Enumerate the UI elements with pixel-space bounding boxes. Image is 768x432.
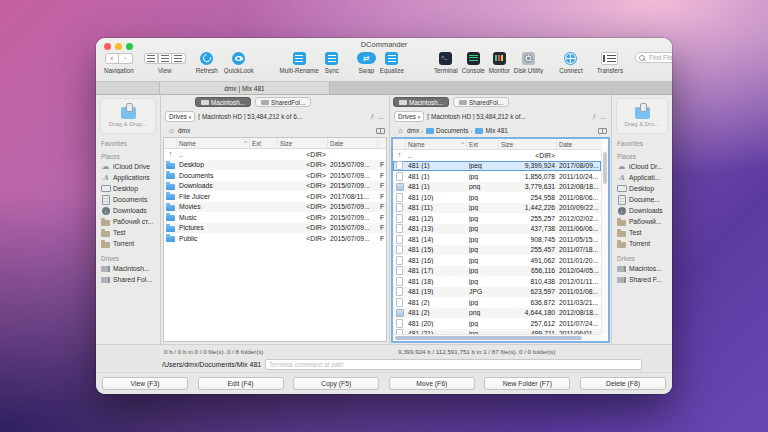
vertical-scrollbar[interactable] (601, 150, 608, 334)
detail-view-icon[interactable] (158, 53, 172, 64)
favorites-header[interactable]: Favorites (101, 140, 160, 147)
goto-root-button[interactable]: / (370, 113, 374, 120)
pane-tab[interactable]: SharedFol... (255, 97, 311, 107)
sidebar-item[interactable]: Downloads (96, 205, 160, 216)
places-header[interactable]: Places (101, 153, 160, 160)
toolbar-button[interactable]: Monitor (489, 50, 510, 74)
toolbar-button[interactable]: Disk Utility (514, 50, 543, 74)
drag-drop-well[interactable]: Drag & Dro... (616, 98, 668, 134)
pane-tab[interactable]: Macintosh... (393, 97, 449, 107)
bookmarks-icon[interactable] (376, 128, 385, 134)
file-row[interactable]: 481 (2) png 4,644,180 2012/08/18... (393, 308, 601, 319)
bookmarks-icon[interactable] (598, 128, 607, 134)
sidebar-item[interactable]: Desktop (96, 183, 160, 194)
file-row[interactable]: File Juicer <DIR> 2017/08/11... F (164, 191, 386, 202)
drives-dropdown[interactable]: Drives ▾ (165, 111, 195, 122)
sidebar-item[interactable]: Torrent (96, 238, 160, 249)
name-column-header[interactable]: Name ^ (406, 139, 467, 149)
function-button[interactable]: View (F3) (102, 377, 188, 390)
list-view-icon[interactable] (144, 53, 158, 64)
drives-header[interactable]: Drives (101, 255, 160, 262)
toolbar-button[interactable]: Multi-Rename (280, 50, 319, 74)
horizontal-scrollbar[interactable] (393, 334, 601, 341)
date-column-header[interactable]: Date (557, 139, 601, 149)
toolbar-button[interactable]: Connect (559, 50, 582, 74)
function-button[interactable]: New Folder (F7) (484, 377, 570, 390)
file-row[interactable]: 481 (15) jpg 255,457 2011/07/18... (393, 245, 601, 256)
sidebar-item[interactable]: Downloads (612, 205, 672, 216)
sidebar-item[interactable]: iCloud Drive (96, 161, 160, 172)
sidebar-item[interactable]: Test (96, 227, 160, 238)
pane-tab[interactable]: SharedFol... (453, 97, 509, 107)
session-tab[interactable]: dmx | Mix 481 (160, 82, 330, 94)
size-column-header[interactable]: Size (499, 139, 557, 149)
places-header[interactable]: Places (617, 153, 672, 160)
file-row[interactable]: 481 (12) jpg 255,257 2012/02/02... (393, 213, 601, 224)
favorites-header[interactable]: Favorites (617, 140, 672, 147)
file-row[interactable]: 481 (11) jpg 1,442,226 2010/09/22... (393, 203, 601, 214)
forward-button[interactable]: › (119, 53, 133, 64)
toolbar-button[interactable]: Equalize (380, 50, 404, 74)
sidebar-item[interactable]: Test (612, 227, 672, 238)
file-row[interactable]: .. <DIR> (393, 150, 601, 161)
file-row[interactable]: Desktop <DIR> 2015/07/09... F (164, 160, 386, 171)
pane-menu-button[interactable]: ... (377, 113, 385, 120)
column-view-icon[interactable] (172, 53, 186, 64)
pane-menu-button[interactable]: ... (599, 113, 607, 120)
file-row[interactable]: 481 (19) JPG 623,597 2011/01/08... (393, 287, 601, 298)
file-row[interactable]: 481 (1) jpg 1,856,078 2011/10/24... (393, 171, 601, 182)
file-row[interactable]: .. <DIR> (164, 149, 386, 160)
file-row[interactable]: 481 (2) jpg 636,872 2011/03/21... (393, 297, 601, 308)
sidebar-item[interactable]: Shared F... (612, 274, 672, 285)
file-row[interactable]: Movies <DIR> 2015/07/09... F (164, 202, 386, 213)
file-row[interactable]: 481 (1) jpeg 9,399,924 2017/08/09... (393, 161, 601, 172)
ext-column-header[interactable]: Ext (250, 138, 278, 148)
sidebar-item[interactable]: Рабочий... (612, 216, 672, 227)
sidebar-item[interactable]: Macintosh... (96, 263, 160, 274)
drives-header[interactable]: Drives (617, 255, 672, 262)
file-row[interactable]: Downloads <DIR> 2015/07/09... F (164, 181, 386, 192)
sidebar-item[interactable]: Applicati... (612, 172, 672, 183)
toolbar-button[interactable]: Console (462, 50, 485, 74)
sidebar-item[interactable]: Torrent (612, 238, 672, 249)
sidebar-item[interactable]: Documents (96, 194, 160, 205)
find-files-search[interactable] (635, 52, 672, 63)
function-button[interactable]: Move (F6) (389, 377, 475, 390)
toolbar-button[interactable]: QuickLook (224, 50, 254, 74)
file-row[interactable]: 481 (18) jpg 810,438 2012/01/11... (393, 276, 601, 287)
goto-root-button[interactable]: / (592, 113, 596, 120)
toolbar-button[interactable]: Swap (357, 50, 376, 74)
name-column-header[interactable]: Name ^ (177, 138, 250, 148)
file-row[interactable]: Pictures <DIR> 2015/07/09... F (164, 223, 386, 234)
breadcrumb-item[interactable]: dmx (165, 127, 190, 135)
toolbar-button[interactable]: Terminal (434, 50, 458, 74)
sidebar-item[interactable]: Applications (96, 172, 160, 183)
size-column-header[interactable]: Size (278, 138, 328, 148)
file-row[interactable]: Music <DIR> 2015/07/09... F (164, 212, 386, 223)
file-row[interactable]: Public <DIR> 2015/07/09... F (164, 233, 386, 244)
breadcrumb-item[interactable]: › Mix 481 (470, 127, 507, 135)
file-row[interactable]: 481 (14) jpg 908,745 2011/05/15... (393, 234, 601, 245)
breadcrumb-item[interactable]: dmx (394, 127, 419, 135)
toolbar-button[interactable]: Transfers (597, 50, 623, 74)
file-row[interactable]: Documents <DIR> 2015/07/09... F (164, 170, 386, 181)
search-input[interactable] (647, 53, 672, 62)
date-column-header[interactable]: Date (328, 138, 378, 148)
terminal-command-input[interactable] (265, 359, 642, 370)
breadcrumb-item[interactable]: › Documents (421, 127, 468, 135)
scrollbar-thumb[interactable] (603, 152, 607, 184)
back-button[interactable]: ‹ (105, 53, 119, 64)
ext-column-header[interactable]: Ext (467, 139, 499, 149)
file-row[interactable]: 481 (20) jpg 257,612 2011/07/24... (393, 318, 601, 329)
function-button[interactable]: Copy (F5) (293, 377, 379, 390)
file-row[interactable]: 481 (1) png 3,779,631 2012/08/18... (393, 182, 601, 193)
toolbar-button[interactable]: Refresh (196, 50, 218, 74)
drag-drop-well[interactable]: Drag & Drop... (100, 98, 156, 134)
sidebar-item[interactable]: Desktop (612, 183, 672, 194)
toolbar-button[interactable]: Sync (325, 50, 339, 74)
file-row[interactable]: 481 (10) jpg 254,958 2011/08/06... (393, 192, 601, 203)
scrollbar-thumb[interactable] (395, 336, 582, 340)
sidebar-item[interactable]: Docume... (612, 194, 672, 205)
file-row[interactable]: 481 (13) jpg 437,738 2011/06/06... (393, 224, 601, 235)
sidebar-item[interactable]: Shared Fol... (96, 274, 160, 285)
